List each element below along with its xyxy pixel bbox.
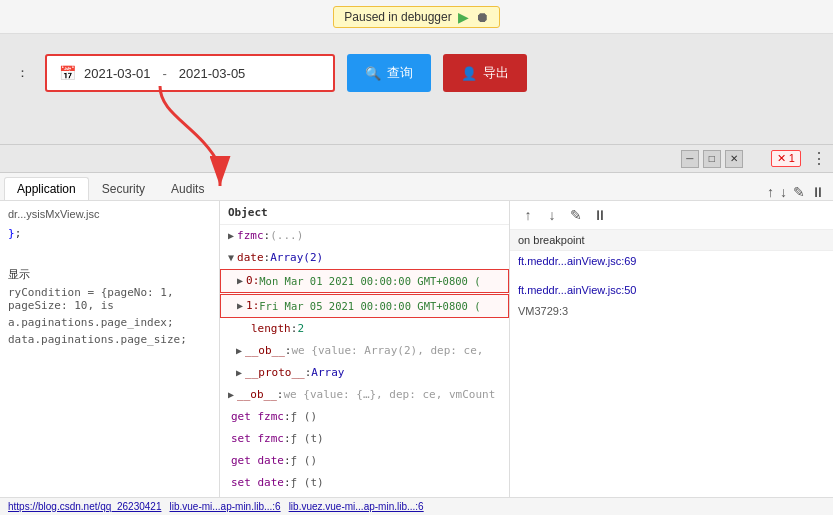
devtools-tabs: Application Security Audits ↑ ↓ ✎ ⏸ xyxy=(0,173,833,201)
obj-key-ob1: __ob__ xyxy=(245,342,285,360)
export-icon: 👤 xyxy=(461,66,477,81)
rt-edit-button[interactable]: ✎ xyxy=(566,205,586,225)
obj-val-set-fzmc: ƒ (t) xyxy=(291,430,324,448)
obj-key-fzmc: fzmc xyxy=(237,227,264,245)
minimize-button[interactable]: ─ xyxy=(681,150,699,168)
tab-application[interactable]: Application xyxy=(4,177,89,200)
status-link-3[interactable]: lib.vuez.vue-mi...ap-min.lib...:6 xyxy=(289,501,424,512)
error-badge: ✕ 1 xyxy=(771,150,801,167)
object-inspector[interactable]: Object ▶ fzmc : (...) ▼ date : Array(2) xyxy=(220,201,510,515)
search-icon: 🔍 xyxy=(365,66,381,81)
bottom-status-bar: https://blog.csdn.net/qq_26230421 lib.vu… xyxy=(0,497,833,515)
obj-row-length[interactable]: length : 2 xyxy=(220,318,509,340)
export-label: 导出 xyxy=(483,64,509,82)
obj-row-get-date[interactable]: get date : ƒ () xyxy=(220,450,509,472)
date-label: ： xyxy=(16,64,29,82)
devtools-down-icon[interactable]: ↓ xyxy=(780,184,787,200)
right-panel: ↑ ↓ ✎ ⏸ on breakpoint ft.meddr...ainView… xyxy=(510,201,833,515)
obj-val-date: Array(2) xyxy=(270,249,323,267)
close-button[interactable]: ✕ xyxy=(725,150,743,168)
obj-row-date-1[interactable]: ▶ 1: Fri Mar 05 2021 00:00:00 GMT+0800 ( xyxy=(220,294,509,318)
debugger-bar: Paused in debugger ▶ ⏺ xyxy=(0,0,833,34)
play-icon[interactable]: ▶ xyxy=(458,9,469,25)
export-button[interactable]: 👤 导出 xyxy=(443,54,527,92)
obj-val-length: 2 xyxy=(297,320,304,338)
query-button[interactable]: 🔍 查询 xyxy=(347,54,431,92)
obj-key-get-date: get date xyxy=(231,452,284,470)
obj-val-get-fzmc: ƒ () xyxy=(291,408,318,426)
error-text: ✕ 1 xyxy=(777,152,795,165)
source-code-block: }; xyxy=(0,223,219,261)
rt-down-button[interactable]: ↓ xyxy=(542,205,562,225)
bp-item-3: VM3729:3 xyxy=(510,301,833,322)
bp-item-1[interactable]: ft.meddr...ainView.jsc:69 xyxy=(510,251,833,272)
devtools-titlebar: ─ □ ✕ ✕ 1 ⋮ xyxy=(0,145,833,173)
date-separator: - xyxy=(163,66,167,81)
rt-up-button[interactable]: ↑ xyxy=(518,205,538,225)
expand-icon: ▶ xyxy=(228,227,234,245)
source-filename: dr...ysisMxView.jsc xyxy=(0,205,219,223)
date-range-box[interactable]: 📅 2021-03-01 - 2021-03-05 xyxy=(45,54,335,92)
source-line-1: }; xyxy=(8,225,211,242)
date-end: 2021-03-05 xyxy=(179,66,246,81)
query-label: 查询 xyxy=(387,64,413,82)
obj-row-date[interactable]: ▼ date : Array(2) xyxy=(220,247,509,269)
display-label: 显示 xyxy=(0,261,219,284)
obj-val-get-date: ƒ () xyxy=(291,452,318,470)
obj-row-date-0[interactable]: ▶ 0: Mon Mar 01 2021 00:00:00 GMT+0800 ( xyxy=(220,269,509,293)
obj-key-set-date: set date xyxy=(231,474,284,492)
obj-key-length: length xyxy=(251,320,291,338)
calendar-icon: 📅 xyxy=(59,65,76,81)
breakpoint-label: on breakpoint xyxy=(510,230,833,251)
source-panel: dr...ysisMxView.jsc }; 显示 ryCondition = … xyxy=(0,201,220,515)
obj-row-fzmc[interactable]: ▶ fzmc : (...) xyxy=(220,225,509,247)
obj-key-get-fzmc: get fzmc xyxy=(231,408,284,426)
right-toolbar: ↑ ↓ ✎ ⏸ xyxy=(510,201,833,230)
object-title: Object xyxy=(220,201,509,225)
obj-val-fzmc: (...) xyxy=(270,227,303,245)
debugger-badge: Paused in debugger ▶ ⏺ xyxy=(333,6,499,28)
obj-key-set-fzmc: set fzmc xyxy=(231,430,284,448)
devtools-pause-icon[interactable]: ⏸ xyxy=(811,184,825,200)
obj-row-get-fzmc[interactable]: get fzmc : ƒ () xyxy=(220,406,509,428)
query-line-1: ryCondition = {pageNo: 1, pageSize: 10, … xyxy=(0,284,219,314)
date-start: 2021-03-01 xyxy=(84,66,151,81)
tab-audits[interactable]: Audits xyxy=(158,177,217,200)
obj-val-1: Fri Mar 05 2021 00:00:00 GMT+0800 ( xyxy=(259,297,480,315)
restore-button[interactable]: □ xyxy=(703,150,721,168)
tab-security[interactable]: Security xyxy=(89,177,158,200)
obj-row-ob2[interactable]: ▶ __ob__ : we {value: {…}, dep: ce, vmCo… xyxy=(220,384,509,406)
obj-key-date: date xyxy=(237,249,264,267)
obj-val-0: Mon Mar 01 2021 00:00:00 GMT+0800 ( xyxy=(259,272,480,290)
date-row: ： 📅 2021-03-01 - 2021-03-05 🔍 查询 👤 导出 xyxy=(16,54,817,92)
status-link-2[interactable]: lib.vue-mi...ap-min.lib...:6 xyxy=(169,501,280,512)
source-line-2 xyxy=(8,242,211,259)
obj-row-proto[interactable]: ▶ __proto__ : Array xyxy=(220,362,509,384)
obj-key-1: 1: xyxy=(246,297,259,315)
obj-val-proto: Array xyxy=(311,364,344,382)
obj-key-0: 0: xyxy=(246,272,259,290)
record-icon[interactable]: ⏺ xyxy=(475,9,489,25)
obj-row-set-fzmc[interactable]: set fzmc : ƒ (t) xyxy=(220,428,509,450)
expand-icon-0: ▶ xyxy=(237,272,243,290)
more-icon[interactable]: ⋮ xyxy=(811,149,827,168)
obj-key-ob2: __ob__ xyxy=(237,386,277,404)
query-line-3: data.paginations.page_size; xyxy=(0,331,219,348)
bp-item-2[interactable]: ft.meddr...ainView.jsc:50 xyxy=(510,280,833,301)
devtools-panel: ─ □ ✕ ✕ 1 ⋮ Application Security Audits … xyxy=(0,144,833,515)
devtools-edit-icon[interactable]: ✎ xyxy=(793,184,805,200)
obj-val-ob1: we {value: Array(2), dep: ce, xyxy=(291,342,483,360)
obj-val-ob2: we {value: {…}, dep: ce, vmCount xyxy=(283,386,495,404)
devtools-body: dr...ysisMxView.jsc }; 显示 ryCondition = … xyxy=(0,201,833,515)
rt-pause-button[interactable]: ⏸ xyxy=(590,205,610,225)
query-line-2: a.paginations.page_index; xyxy=(0,314,219,331)
expand-icon-date: ▼ xyxy=(228,249,234,267)
obj-key-proto: __proto__ xyxy=(245,364,305,382)
debugger-text: Paused in debugger xyxy=(344,10,451,24)
page-background: ： 📅 2021-03-01 - 2021-03-05 🔍 查询 👤 导出 xyxy=(0,34,833,515)
expand-icon-1: ▶ xyxy=(237,297,243,315)
obj-row-set-date[interactable]: set date : ƒ (t) xyxy=(220,472,509,494)
status-link-1[interactable]: https://blog.csdn.net/qq_26230421 xyxy=(8,501,161,512)
obj-row-ob1[interactable]: ▶ __ob__ : we {value: Array(2), dep: ce, xyxy=(220,340,509,362)
devtools-up-icon[interactable]: ↑ xyxy=(767,184,774,200)
